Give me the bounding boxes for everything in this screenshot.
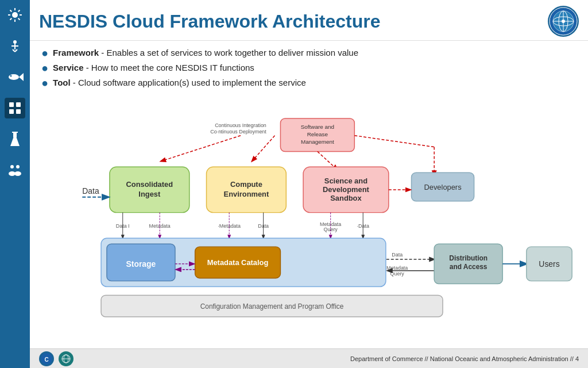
- svg-text:Developers: Developers: [424, 183, 461, 191]
- bullet-service-rest: - How to meet the core NESDIS IT functio…: [83, 63, 254, 72]
- footer: C Department of Commerce // National Oce…: [30, 348, 588, 368]
- svg-text:Sandbox: Sandbox: [330, 194, 362, 202]
- bullet-service: ● Service - How to meet the core NESDIS …: [41, 62, 577, 74]
- footer-sep2: //: [570, 355, 575, 362]
- svg-text:Development: Development: [323, 185, 370, 194]
- bullet-dot-2: ●: [41, 62, 48, 74]
- bullet-service-bold: Service: [53, 63, 83, 72]
- svg-point-27: [14, 171, 21, 176]
- svg-text:Management: Management: [301, 139, 334, 145]
- svg-point-34: [562, 20, 565, 23]
- footer-sep1: //: [425, 355, 430, 362]
- footer-text: Department of Commerce // National Ocean…: [350, 355, 579, 362]
- page-title: NESDIS Cloud Framework Architecture: [39, 11, 541, 32]
- svg-text:and Access: and Access: [450, 263, 488, 271]
- sidebar-icon-person[interactable]: [5, 36, 25, 56]
- svg-text:Data: Data: [392, 252, 403, 258]
- svg-text:Consolidated: Consolidated: [126, 180, 173, 189]
- svg-rect-21: [13, 132, 17, 138]
- svg-line-12: [13, 49, 15, 52]
- sidebar-icon-flask[interactable]: [5, 129, 25, 150]
- bullet-framework: ● Framework - Enables a set of services …: [41, 47, 577, 59]
- bullet-dot-1: ●: [41, 47, 48, 59]
- svg-text:Storage: Storage: [126, 259, 156, 269]
- svg-line-5: [10, 10, 12, 12]
- svg-marker-22: [10, 138, 20, 146]
- svg-text:Science and: Science and: [324, 177, 368, 185]
- svg-point-0: [12, 12, 18, 18]
- svg-rect-18: [16, 102, 21, 107]
- svg-point-9: [13, 40, 17, 44]
- svg-text:C: C: [44, 356, 48, 363]
- svg-text:Continuous Integration: Continuous Integration: [215, 122, 266, 128]
- bullet-tool-text: Tool - Cloud software application(s) use…: [53, 76, 306, 89]
- svg-text:Distribution: Distribution: [449, 254, 488, 262]
- bullet-tool-bold: Tool: [53, 78, 71, 87]
- svg-line-8: [10, 18, 12, 20]
- svg-point-14: [9, 74, 19, 80]
- sidebar-icon-fish[interactable]: [5, 67, 25, 87]
- svg-point-16: [10, 75, 12, 77]
- footer-page: 4: [575, 355, 579, 362]
- svg-marker-15: [19, 73, 24, 81]
- bullet-service-text: Service - How to meet the core NESDIS IT…: [53, 62, 254, 74]
- noaa-header-logo: [548, 6, 579, 37]
- svg-text:Compute: Compute: [230, 180, 262, 189]
- footer-department: Department of Commerce: [350, 355, 423, 362]
- svg-text:Data: Data: [82, 186, 99, 195]
- bullet-dot-3: ●: [41, 76, 48, 89]
- svg-text:Metadata: Metadata: [386, 265, 408, 271]
- main-content: NESDIS Cloud Framework Architecture ● Fr…: [30, 0, 588, 368]
- sidebar-icon-sun[interactable]: [5, 5, 25, 25]
- sidebar: [0, 0, 30, 368]
- svg-rect-19: [9, 109, 14, 114]
- svg-text:Query: Query: [390, 271, 405, 277]
- bullet-framework-rest: - Enables a set of services to work toge…: [99, 48, 358, 57]
- svg-line-7: [18, 10, 20, 12]
- svg-line-44: [354, 136, 434, 147]
- svg-rect-20: [16, 109, 21, 114]
- svg-text:Users: Users: [539, 259, 559, 269]
- svg-line-42: [252, 136, 275, 162]
- svg-text:Metadata Catalog: Metadata Catalog: [207, 258, 269, 267]
- bullet-tool-rest: - Cloud software application(s) used to …: [71, 78, 306, 87]
- footer-agency: National Oceanic and Atmospheric Adminis…: [430, 355, 568, 362]
- svg-text:Release: Release: [307, 131, 328, 137]
- bullet-framework-text: Framework - Enables a set of services to…: [53, 47, 358, 59]
- bullet-tool: ● Tool - Cloud software application(s) u…: [41, 76, 577, 89]
- noaa-footer-logo: [59, 351, 74, 366]
- svg-line-13: [15, 49, 17, 52]
- svg-point-24: [10, 165, 14, 168]
- architecture-diagram: Software and Release Management Continuo…: [30, 93, 588, 348]
- svg-text:Co·ntinuous Deployment: Co·ntinuous Deployment: [210, 129, 266, 135]
- header: NESDIS Cloud Framework Architecture: [30, 0, 588, 41]
- svg-point-25: [16, 165, 20, 168]
- svg-text:Ingest: Ingest: [138, 190, 161, 198]
- bullet-framework-bold: Framework: [53, 48, 99, 57]
- svg-text:Configuration Management and P: Configuration Management and Program Off…: [200, 302, 344, 310]
- sidebar-icon-people[interactable]: [5, 160, 25, 181]
- bullet-list: ● Framework - Enables a set of services …: [30, 41, 588, 93]
- svg-line-41: [161, 136, 241, 162]
- svg-text:Environment: Environment: [224, 190, 269, 198]
- commerce-logo: C: [39, 351, 54, 366]
- svg-text:Software and: Software and: [301, 124, 334, 130]
- svg-rect-17: [9, 102, 14, 107]
- svg-line-6: [18, 18, 20, 20]
- footer-logos: C: [39, 351, 74, 366]
- sidebar-icon-grid[interactable]: [5, 98, 25, 118]
